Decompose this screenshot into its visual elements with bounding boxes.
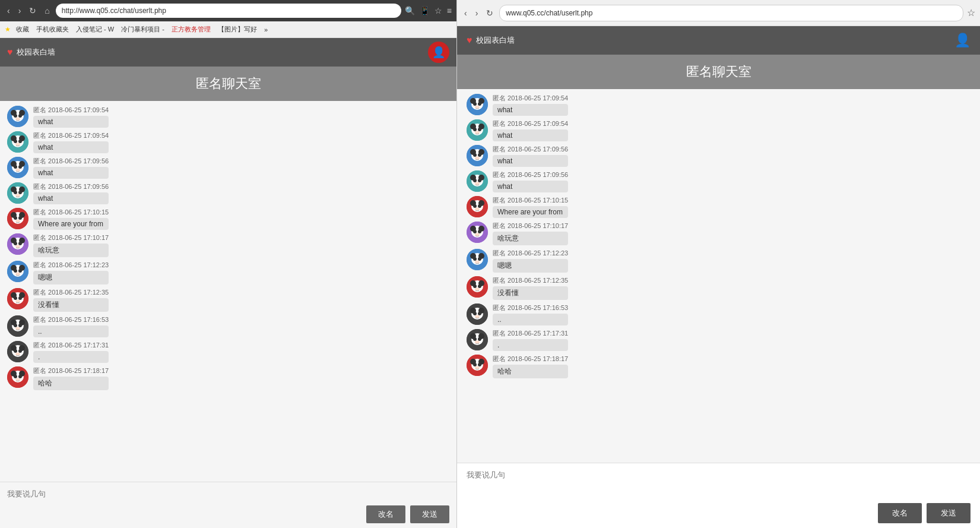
avatar (7, 366, 28, 388)
svg-point-89 (478, 128, 481, 131)
avatar (467, 145, 488, 166)
search-icon[interactable]: 🔍 (405, 6, 415, 15)
avatar (467, 94, 488, 115)
home-button[interactable]: ⌂ (42, 5, 52, 17)
message-meta: 匿名 2018-06-25 17:09:54 (33, 131, 109, 140)
message-row: 匿名 2018-06-25 17:16:53 .. (467, 303, 971, 325)
right-star-icon[interactable]: ☆ (967, 7, 975, 18)
site-name-left: 校园表白墙 (17, 47, 55, 58)
bookmark-images[interactable]: 【图片】写好 (216, 24, 259, 34)
avatar (467, 222, 488, 243)
left-chat-title: 匿名聊天室 (0, 67, 456, 101)
bookmark-notes[interactable]: 入侵笔记 - W (74, 24, 116, 34)
user-button-left[interactable]: 👤 (428, 42, 449, 63)
message-content: 匿名 2018-06-25 17:16:53 .. (493, 303, 568, 325)
svg-point-18 (14, 165, 17, 169)
bookmark-more[interactable]: » (262, 26, 269, 34)
left-send-button[interactable]: 发送 (410, 505, 449, 523)
right-back-button[interactable]: ‹ (462, 7, 470, 19)
message-row: 匿名 2018-06-25 17:17:31 . (467, 329, 971, 351)
right-rename-button[interactable]: 改名 (878, 503, 922, 523)
message-row: 匿名 2018-06-25 17:10:15 Where are your fr… (7, 208, 449, 230)
svg-point-46 (14, 269, 17, 273)
right-heart-icon: ♥ (467, 35, 472, 46)
left-rename-button[interactable]: 改名 (366, 505, 405, 523)
left-chat-input[interactable] (7, 487, 449, 501)
message-content: 匿名 2018-06-25 17:09:56 what (33, 157, 109, 179)
svg-point-109 (473, 204, 477, 208)
svg-point-60 (14, 324, 17, 327)
left-chat-messages: 匿名 2018-06-25 17:09:54 what 匿名 2018-06-2… (0, 101, 456, 482)
right-site-name: 校园表白墙 (476, 35, 515, 46)
bookmark-projects[interactable]: 冷门暴利项目 - (119, 24, 166, 34)
browser-chrome: ‹ › ↻ ⌂ http://www.q05.cc/chat/userlt.ph… (0, 0, 456, 21)
message-content: 匿名 2018-06-25 17:09:56 what (493, 170, 568, 192)
svg-point-5 (18, 114, 22, 118)
message-row: 匿名 2018-06-25 17:09:56 what (7, 157, 449, 179)
right-send-button[interactable]: 发送 (927, 503, 971, 523)
refresh-button[interactable]: ↻ (27, 5, 39, 17)
bookmark-star-icon[interactable]: ☆ (435, 6, 442, 15)
svg-point-130 (473, 284, 477, 288)
message-meta: 匿名 2018-06-25 17:16:53 (33, 315, 109, 324)
message-content: 匿名 2018-06-25 17:18:17 哈哈 (493, 355, 568, 378)
message-bubble: what (33, 116, 109, 128)
svg-point-137 (473, 312, 477, 315)
message-bubble: 哈哈 (493, 365, 568, 378)
mobile-icon[interactable]: 📱 (420, 6, 430, 15)
message-meta: 匿名 2018-06-25 17:09:56 (33, 182, 109, 191)
message-meta: 匿名 2018-06-25 17:09:54 (493, 119, 568, 128)
right-chat-input[interactable] (467, 468, 971, 482)
message-bubble: what (493, 129, 568, 141)
svg-point-144 (473, 337, 477, 341)
message-content: 匿名 2018-06-25 17:10:15 Where are your fr… (493, 196, 568, 218)
message-meta: 匿名 2018-06-25 17:09:56 (493, 170, 568, 179)
right-url-text: www.q05.cc/chat/userlt.php (506, 9, 592, 17)
svg-point-75 (18, 375, 22, 378)
message-bubble: 啥玩意 (493, 232, 568, 245)
message-bubble: 嗯嗯 (33, 271, 109, 284)
message-content: 匿名 2018-06-25 17:12:23 嗯嗯 (33, 261, 109, 284)
message-meta: 匿名 2018-06-25 17:10:15 (33, 208, 109, 217)
svg-point-102 (473, 179, 477, 182)
avatar (467, 170, 488, 192)
message-row: 匿名 2018-06-25 17:12:23 嗯嗯 (7, 261, 449, 284)
bookmarks-bar: ★ 收藏 手机收藏夹 入侵笔记 - W 冷门暴利项目 - 正方教务管理 【图片】… (0, 21, 456, 38)
left-chat-main: 匿名聊天室 匿名 2018-06-25 17:09:54 what (0, 67, 456, 528)
right-forward-button[interactable]: › (473, 7, 481, 19)
message-meta: 匿名 2018-06-25 17:17:31 (33, 341, 109, 350)
message-row: 匿名 2018-06-25 17:09:54 what (7, 106, 449, 128)
message-content: 匿名 2018-06-25 17:12:23 嗯嗯 (493, 249, 568, 273)
message-content: 匿名 2018-06-25 17:09:54 what (33, 106, 109, 128)
svg-point-12 (18, 140, 22, 143)
message-meta: 匿名 2018-06-25 17:09:56 (493, 145, 568, 154)
forward-button[interactable]: › (16, 5, 24, 17)
svg-point-67 (14, 349, 17, 353)
avatar (467, 329, 488, 350)
svg-point-33 (18, 216, 22, 220)
bookmark-mobile[interactable]: 手机收藏夹 (34, 24, 71, 34)
svg-point-26 (18, 191, 22, 194)
right-refresh-button[interactable]: ↻ (484, 7, 496, 19)
right-user-icon[interactable]: 👤 (954, 33, 971, 48)
message-meta: 匿名 2018-06-25 17:12:35 (33, 288, 109, 297)
avatar (467, 249, 488, 270)
message-row: 匿名 2018-06-25 17:09:56 what (467, 145, 971, 167)
url-bar[interactable]: http://www.q05.cc/chat/userlt.php (56, 4, 401, 18)
svg-point-81 (473, 102, 477, 106)
back-button[interactable]: ‹ (5, 5, 12, 17)
browser-icons: 🔍 📱 ☆ ≡ (405, 6, 452, 15)
svg-point-74 (14, 375, 17, 378)
bookmark-collections[interactable]: 收藏 (14, 24, 31, 34)
right-chat-input-area: 改名 发送 (457, 463, 980, 528)
svg-point-32 (14, 216, 17, 220)
right-url-bar[interactable]: www.q05.cc/chat/userlt.php (499, 5, 963, 21)
svg-point-82 (478, 102, 481, 106)
svg-point-116 (473, 230, 477, 233)
bookmark-admin[interactable]: 正方教务管理 (170, 24, 213, 34)
message-content: 匿名 2018-06-25 17:09:56 what (33, 182, 109, 204)
message-meta: 匿名 2018-06-25 17:10:17 (33, 233, 109, 242)
menu-icon[interactable]: ≡ (447, 6, 452, 15)
svg-point-25 (14, 191, 17, 194)
svg-point-11 (14, 140, 17, 143)
